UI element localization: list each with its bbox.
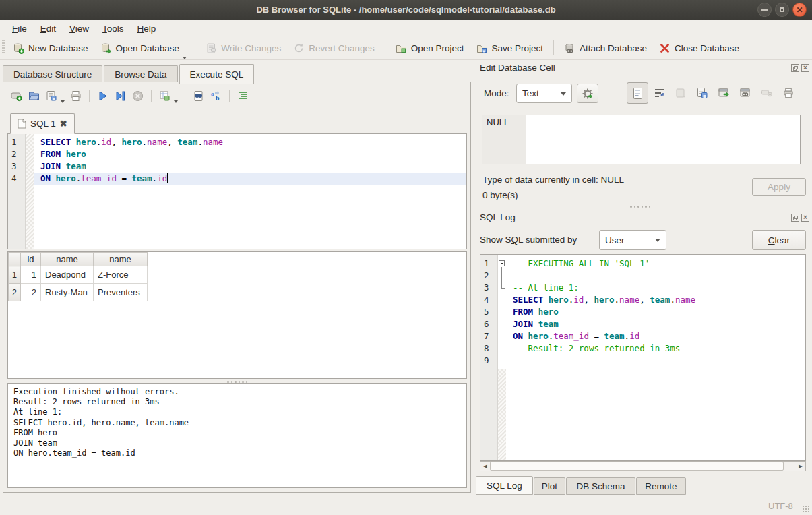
save-sql-file-icon[interactable] <box>45 90 58 102</box>
menu-tools[interactable]: Tools <box>96 22 131 36</box>
replace-icon[interactable]: ab <box>210 90 222 102</box>
open-project-button[interactable]: Open Project <box>389 39 470 57</box>
bottom-tab-sql-log[interactable]: SQL Log <box>476 476 533 495</box>
save-project-button[interactable]: Save Project <box>470 39 550 57</box>
sql-document-tab[interactable]: SQL 1 ✖ <box>10 113 75 134</box>
code-line[interactable]: -- Result: 2 rows returned in 3ms <box>506 342 805 355</box>
open-in-external-app-button[interactable] <box>716 86 732 100</box>
close-dock-icon[interactable]: × <box>801 64 809 72</box>
menu-file[interactable]: File <box>5 22 34 36</box>
save-sql-dropdown-arrow[interactable] <box>61 100 65 103</box>
print-icon[interactable] <box>69 90 82 102</box>
minimize-button[interactable] <box>757 3 772 17</box>
column-header[interactable]: name <box>41 253 94 266</box>
cell-value-editor[interactable]: NULL <box>482 115 801 164</box>
sql-tab-close-icon[interactable]: ✖ <box>60 119 67 129</box>
text-mode-toggle[interactable] <box>627 82 648 104</box>
menu-help[interactable]: Help <box>131 22 163 36</box>
format-sql-icon[interactable] <box>237 90 249 102</box>
close-database-button[interactable]: Close Database <box>653 39 745 57</box>
line-number: 1 <box>8 136 25 148</box>
editor-code[interactable]: SELECT hero.id, hero.name, team.nameFROM… <box>34 134 466 249</box>
sql-log-view[interactable]: 123456789 -- EXECUTING ALL IN 'SQL 1'---… <box>480 254 806 461</box>
close-dock-icon[interactable]: × <box>801 214 809 222</box>
bottom-tab-label: Remote <box>645 481 677 491</box>
code-line[interactable]: ON hero.team_id = team.id <box>506 330 805 342</box>
results-grid[interactable]: idnamename11DeadpondZ-Force22Rusty-ManPr… <box>7 251 467 379</box>
table-cell[interactable]: 2 <box>21 284 41 301</box>
code-line[interactable] <box>506 355 805 367</box>
maximize-button[interactable] <box>775 3 789 17</box>
menu-edit[interactable]: Edit <box>34 22 63 36</box>
bottom-tab-plot[interactable]: Plot <box>534 477 565 495</box>
float-dock-icon[interactable] <box>791 214 799 222</box>
revert-changes-label: Revert Changes <box>309 43 375 53</box>
auto-switch-mode-button[interactable] <box>577 84 598 103</box>
sql-editor[interactable]: 1234 SELECT hero.id, hero.name, team.nam… <box>7 133 467 249</box>
code-line[interactable]: SELECT hero.id, hero.name, team.name <box>34 136 466 148</box>
write-changes-label: Write Changes <box>221 43 281 53</box>
open-database-button[interactable]: Open Database <box>94 39 186 57</box>
code-line[interactable]: JOIN team <box>34 160 466 173</box>
grid-corner[interactable] <box>9 253 21 266</box>
save-results-icon[interactable] <box>158 90 171 102</box>
fold-marker[interactable] <box>498 258 506 270</box>
clear-log-button[interactable]: Clear <box>752 230 806 250</box>
new-sql-tab-icon[interactable] <box>10 90 23 102</box>
mode-combobox[interactable]: Text <box>516 84 572 103</box>
resize-grip[interactable] <box>802 505 810 513</box>
code-line[interactable]: -- <box>506 270 805 282</box>
code-line[interactable]: -- EXECUTING ALL IN 'SQL 1' <box>506 258 805 270</box>
sql-log-hscrollbar[interactable]: ◀ ▶ <box>480 461 806 471</box>
copy-link-button[interactable] <box>737 86 753 100</box>
table-cell[interactable]: Preventers <box>94 284 148 301</box>
save-results-dropdown-arrow[interactable] <box>174 100 178 103</box>
code-line[interactable]: ON hero.team_id = team.id <box>34 173 466 185</box>
execute-all-icon[interactable] <box>96 90 109 102</box>
close-button[interactable]: ✕ <box>792 3 807 17</box>
float-dock-icon[interactable] <box>791 64 799 72</box>
code-line[interactable]: FROM hero <box>506 306 805 318</box>
scroll-right-arrow[interactable]: ▶ <box>796 462 805 471</box>
export-cell-data-button[interactable] <box>694 86 710 100</box>
scroll-thumb[interactable] <box>490 462 784 471</box>
open-database-dropdown-arrow[interactable] <box>183 57 187 59</box>
attach-database-button[interactable]: Attach Database <box>558 39 653 57</box>
scroll-track[interactable] <box>490 462 796 471</box>
cell-type-info: Type of data currently in cell: NULL <box>482 175 624 185</box>
code-line[interactable]: FROM hero <box>34 148 466 160</box>
execute-line-icon[interactable] <box>114 90 127 102</box>
sql-log-filter-combobox[interactable]: User <box>599 230 666 250</box>
tab-execute-sql[interactable]: Execute SQL <box>179 64 255 84</box>
right-dock-splitter[interactable] <box>625 205 656 208</box>
menu-view[interactable]: View <box>63 22 96 36</box>
scroll-left-arrow[interactable]: ◀ <box>480 462 490 471</box>
table-cell[interactable]: 1 <box>21 266 41 284</box>
find-icon[interactable] <box>192 90 205 102</box>
row-header[interactable]: 1 <box>9 266 21 284</box>
print-cell-button[interactable] <box>780 86 797 100</box>
line-number: 6 <box>480 318 497 330</box>
table-cell[interactable]: Rusty-Man <box>41 284 94 301</box>
code-line[interactable]: SELECT hero.id, hero.name, team.name <box>506 294 805 306</box>
column-header[interactable]: name <box>94 253 148 266</box>
code-line[interactable]: JOIN team <box>506 318 805 330</box>
table-row[interactable]: 11DeadpondZ-Force <box>9 266 148 284</box>
row-header[interactable]: 2 <box>9 284 21 301</box>
new-database-button[interactable]: New Database <box>7 39 94 57</box>
word-wrap-icon <box>654 88 666 98</box>
table-row[interactable]: 22Rusty-ManPreventers <box>9 284 148 301</box>
table-cell[interactable]: Deadpond <box>41 266 94 284</box>
tab-database-structure[interactable]: Database Structure <box>3 65 102 84</box>
word-wrap-button[interactable] <box>652 86 667 100</box>
cell-editor-textarea[interactable] <box>526 115 800 164</box>
open-sql-file-icon[interactable] <box>28 90 40 102</box>
bottom-tab-remote[interactable]: Remote <box>636 477 686 495</box>
table-cell[interactable]: Z-Force <box>94 266 148 284</box>
main-tab-bar: Database Structure Browse Data Execute S… <box>3 64 255 84</box>
line-number: 9 <box>480 355 497 367</box>
column-header[interactable]: id <box>21 253 41 266</box>
code-line[interactable]: -- At line 1: <box>506 282 805 294</box>
bottom-tab-db-schema[interactable]: DB Schema <box>566 477 635 495</box>
tab-browse-data[interactable]: Browse Data <box>104 65 177 84</box>
